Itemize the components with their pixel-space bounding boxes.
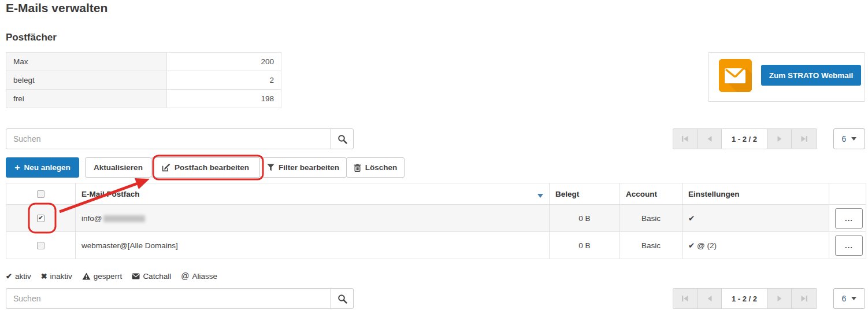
filter-icon: [267, 164, 275, 171]
edit-mailbox-label: Postfach bearbeiten: [175, 163, 249, 172]
mailbox-account-type: Basic: [620, 232, 682, 259]
new-mailbox-button[interactable]: + Neu anlegen: [6, 157, 79, 178]
caret-down-icon: [851, 297, 856, 300]
first-page-button[interactable]: [673, 128, 698, 149]
row-checkbox[interactable]: [37, 215, 44, 222]
next-page-button[interactable]: [767, 288, 792, 309]
table-row: belegt 2: [6, 71, 281, 90]
row-checkbox[interactable]: [37, 242, 44, 249]
check-icon: ✔: [6, 272, 12, 281]
page-title: E-Mails verwalten: [6, 1, 107, 15]
column-header-usage[interactable]: Belegt: [550, 183, 620, 205]
backward-icon: [707, 296, 712, 301]
select-all-checkbox[interactable]: [37, 190, 44, 198]
mailbox-table: E-Mail Postfach Belegt Account Einstellu…: [6, 183, 866, 259]
caret-down-icon: [851, 137, 856, 141]
column-header-actions: [829, 183, 866, 205]
page-size-value: 6: [842, 134, 847, 143]
column-header-account[interactable]: Account: [620, 183, 682, 205]
search-icon: [337, 134, 347, 144]
table-row: Max 200: [6, 53, 281, 71]
edit-filter-button[interactable]: Filter bearbeiten: [259, 157, 347, 178]
at-icon: @: [181, 271, 189, 281]
legend-item-gesperrt: gesperrt: [82, 272, 123, 281]
row-actions-button[interactable]: ...: [835, 208, 863, 229]
pagination-bottom: 1 - 2 / 2: [673, 288, 819, 309]
refresh-button[interactable]: Aktualisieren: [85, 157, 151, 178]
edit-filter-label: Filter bearbeiten: [279, 163, 339, 172]
last-page-button[interactable]: [791, 128, 817, 149]
previous-page-button[interactable]: [697, 288, 722, 309]
webmail-panel: Zum STRATO Webmail: [708, 52, 865, 102]
previous-page-button[interactable]: [697, 128, 722, 149]
search-input[interactable]: [6, 288, 331, 309]
legend-label: Aliasse: [192, 272, 217, 281]
refresh-label: Aktualisieren: [94, 163, 143, 172]
mailbox-stats-table: Max 200 belegt 2 frei 198: [6, 52, 281, 108]
stat-value: 198: [167, 90, 281, 108]
search-button[interactable]: [331, 128, 354, 149]
step-backward-icon: [682, 296, 688, 301]
section-title-postfaecher: Postfächer: [6, 32, 57, 43]
next-page-button[interactable]: [767, 128, 792, 149]
email-management-page: E-Mails verwalten Postfächer Max 200 bel…: [0, 0, 868, 313]
legend-label: aktiv: [15, 272, 31, 281]
mailbox-usage: 0 B: [550, 205, 620, 232]
forward-icon: [777, 296, 782, 301]
legend-label: Catchall: [143, 272, 171, 281]
legend-item-catchall: Catchall: [132, 272, 171, 281]
webmail-envelope-icon: [719, 59, 752, 92]
webmail-button[interactable]: Zum STRATO Webmail: [761, 65, 861, 86]
stat-label: belegt: [6, 71, 167, 90]
page-range-label: 1 - 2 / 2: [721, 288, 767, 309]
stat-value: 200: [167, 53, 281, 71]
step-backward-icon: [682, 136, 688, 142]
delete-button[interactable]: Löschen: [346, 157, 405, 178]
legend-label: inaktiv: [50, 272, 72, 281]
backward-icon: [707, 136, 712, 142]
page-range-label: 1 - 2 / 2: [721, 128, 767, 149]
step-forward-icon: [801, 296, 807, 301]
pagination-top: 1 - 2 / 2: [673, 128, 819, 149]
catchall-envelope-icon: [132, 273, 140, 279]
annotation-overlay: [0, 0, 868, 313]
edit-icon: [162, 163, 170, 172]
status-legend: ✔ aktiv ✖ inaktiv gesperrt: [6, 271, 217, 281]
delete-label: Löschen: [365, 163, 398, 172]
sort-descending-icon[interactable]: [537, 194, 543, 198]
table-header-row: E-Mail Postfach Belegt Account Einstellu…: [6, 183, 866, 205]
column-header-settings[interactable]: Einstellungen: [682, 183, 829, 205]
last-page-button[interactable]: [791, 288, 817, 309]
step-forward-icon: [801, 136, 807, 142]
mailbox-address: webmaster@[Alle Domains]: [81, 241, 178, 250]
column-header-email[interactable]: E-Mail Postfach: [81, 190, 140, 198]
warning-icon: [82, 273, 91, 280]
first-page-button[interactable]: [673, 288, 698, 309]
page-size-select[interactable]: 6: [833, 288, 865, 309]
stat-label: frei: [6, 90, 167, 108]
page-size-value: 6: [842, 294, 847, 303]
row-actions-button[interactable]: ...: [835, 235, 863, 256]
table-row: webmaster@[Alle Domains] 0 B Basic ✔ @ (…: [6, 232, 866, 259]
edit-mailbox-button[interactable]: Postfach bearbeiten: [151, 157, 260, 178]
mailbox-settings-icons: ✔ @ (2): [682, 232, 829, 259]
stat-label: Max: [6, 53, 167, 71]
mailbox-account-type: Basic: [620, 205, 682, 232]
search-button[interactable]: [331, 288, 354, 309]
trash-icon: [354, 164, 361, 172]
legend-label: gesperrt: [94, 272, 123, 281]
stat-value: 2: [167, 71, 281, 90]
redacted-domain: [103, 215, 145, 222]
page-size-select[interactable]: 6: [833, 128, 865, 149]
new-mailbox-label: Neu anlegen: [24, 163, 71, 172]
table-row: info@ 0 B Basic ✔ ...: [6, 205, 866, 232]
cross-icon: ✖: [41, 272, 47, 281]
legend-item-inaktiv: ✖ inaktiv: [41, 272, 72, 281]
legend-item-aktiv: ✔ aktiv: [6, 272, 31, 281]
legend-item-aliasse: @ Aliasse: [181, 271, 217, 281]
search-input[interactable]: [6, 128, 331, 149]
plus-icon: +: [14, 163, 20, 172]
forward-icon: [777, 136, 782, 142]
search-icon: [337, 294, 347, 304]
mailbox-usage: 0 B: [550, 232, 620, 259]
